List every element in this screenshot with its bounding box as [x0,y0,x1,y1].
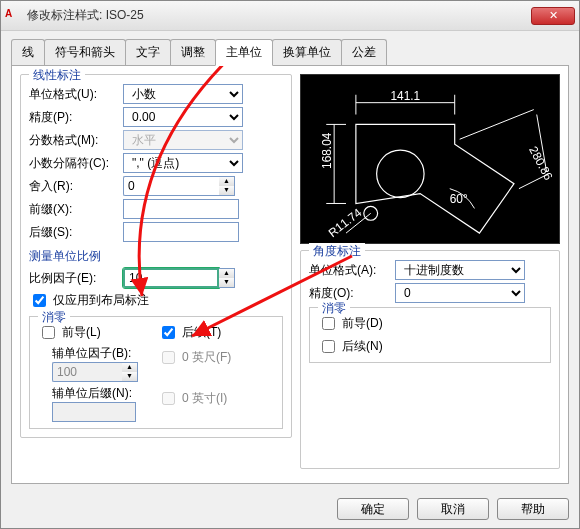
zero-group: 消零 前导(L) 辅单位因子(B): ▲▼ 辅单位后缀(N): [29,316,283,429]
titlebar: A 修改标注样式: ISO-25 ✕ [1,1,579,31]
angular-group-title: 角度标注 [309,243,365,260]
ang-leading-checkbox[interactable]: 前导(D) [318,314,542,333]
tab-panel: 线性标注 单位格式(U): 小数 精度(P): 0.00 分数格式(M): 水平… [11,66,569,484]
unit-format-label: 单位格式(U): [29,86,117,103]
svg-text:60°: 60° [450,192,468,206]
prefix-input[interactable] [123,199,239,219]
dialog-window: A 修改标注样式: ISO-25 ✕ 线 符号和箭头 文字 调整 主单位 换算单… [0,0,580,529]
ang-trailing-checkbox[interactable]: 后续(N) [318,337,542,356]
tab-fit[interactable]: 调整 [170,39,216,65]
ang-zero-group: 消零 前导(D) 后续(N) [309,307,551,363]
tab-symbols[interactable]: 符号和箭头 [44,39,126,65]
zero-feet-checkbox: 0 英尺(F) [158,348,231,367]
tab-primary-units[interactable]: 主单位 [215,39,273,66]
suffix-label: 后缀(S): [29,224,117,241]
svg-point-0 [377,150,424,197]
scale-factor-spinner[interactable]: ▲▼ [123,268,235,288]
suffix-input[interactable] [123,222,239,242]
sub-factor-input [52,362,122,382]
content: 线 符号和箭头 文字 调整 主单位 换算单位 公差 线性标注 单位格式(U): [1,31,579,490]
ang-unit-format-select[interactable]: 十进制度数 [395,260,525,280]
roundoff-spinner[interactable]: ▲▼ [123,176,235,196]
sub-suffix-label: 辅单位后缀(N): [52,386,132,400]
fraction-format-label: 分数格式(M): [29,132,117,149]
scale-group-title: 测量单位比例 [29,249,101,263]
svg-text:280.86: 280.86 [526,144,556,183]
spin-up-icon[interactable]: ▲ [219,269,234,278]
linear-group: 线性标注 单位格式(U): 小数 精度(P): 0.00 分数格式(M): 水平… [20,74,292,438]
prefix-label: 前缀(X): [29,201,117,218]
close-button[interactable]: ✕ [531,7,575,25]
cancel-button[interactable]: 取消 [417,498,489,520]
fraction-format-select: 水平 [123,130,243,150]
tab-tolerances[interactable]: 公差 [341,39,387,65]
window-title: 修改标注样式: ISO-25 [27,7,531,24]
svg-text:168.04: 168.04 [320,132,334,169]
tab-strip: 线 符号和箭头 文字 调整 主单位 换算单位 公差 [11,39,569,66]
precision-label: 精度(P): [29,109,117,126]
ang-precision-label: 精度(O): [309,285,389,302]
scale-group: 测量单位比例 比例因子(E): ▲▼ 仅应用到布局标注 [29,246,283,312]
help-button[interactable]: 帮助 [497,498,569,520]
decimal-sep-label: 小数分隔符(C): [29,155,117,172]
tab-alt-units[interactable]: 换算单位 [272,39,342,65]
ok-button[interactable]: 确定 [337,498,409,520]
ang-zero-title: 消零 [318,300,350,317]
button-bar: 确定 取消 帮助 [1,490,579,528]
svg-text:141.1: 141.1 [390,89,420,103]
scale-factor-input[interactable] [123,268,219,288]
zero-group-title: 消零 [38,309,70,326]
sub-factor-spinner: ▲▼ [52,362,138,382]
decimal-sep-select[interactable]: "," (逗点) [123,153,243,173]
roundoff-label: 舍入(R): [29,178,117,195]
angular-group: 角度标注 单位格式(A): 十进制度数 精度(O): 0 消零 前导(D) 后续… [300,250,560,469]
ang-unit-format-label: 单位格式(A): [309,262,389,279]
precision-select[interactable]: 0.00 [123,107,243,127]
layout-only-check[interactable] [33,294,46,307]
roundoff-input[interactable] [123,176,219,196]
spin-down-icon[interactable]: ▼ [219,186,234,195]
scale-factor-label: 比例因子(E): [29,270,117,287]
zero-inches-checkbox: 0 英寸(I) [158,389,231,408]
trailing-checkbox[interactable]: 后续(T) [158,323,231,342]
unit-format-select[interactable]: 小数 [123,84,243,104]
linear-group-title: 线性标注 [29,67,85,84]
app-icon: A [5,8,21,24]
spin-down-icon[interactable]: ▼ [219,278,234,287]
layout-only-checkbox[interactable]: 仅应用到布局标注 [29,291,283,310]
sub-suffix-input [52,402,136,422]
spin-up-icon[interactable]: ▲ [219,177,234,186]
tab-text[interactable]: 文字 [125,39,171,65]
tab-line[interactable]: 线 [11,39,45,65]
layout-only-label: 仅应用到布局标注 [53,292,149,309]
ang-precision-select[interactable]: 0 [395,283,525,303]
preview-pane: 141.1 168.04 280.86 60° R11.74 [300,74,560,244]
sub-factor-label: 辅单位因子(B): [52,346,131,360]
